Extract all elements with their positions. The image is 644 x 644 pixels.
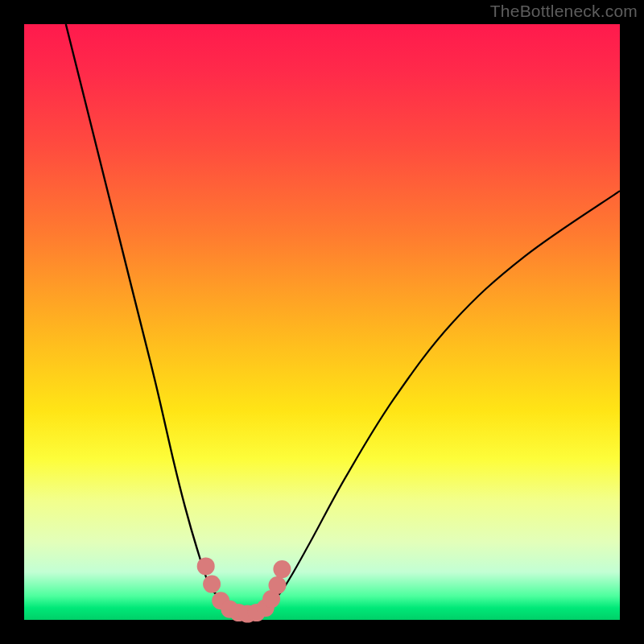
highlight-dot <box>197 557 215 575</box>
curve-layer <box>24 24 620 620</box>
watermark-text: TheBottleneck.com <box>490 2 638 21</box>
highlight-dot <box>203 576 221 593</box>
highlight-dot <box>269 576 287 594</box>
right-branch-line <box>268 191 620 608</box>
chart-frame: TheBottleneck.com <box>0 0 644 644</box>
plot-area <box>24 24 620 620</box>
highlight-dots <box>197 557 291 622</box>
highlight-dot <box>273 560 291 578</box>
left-branch-line <box>66 24 227 608</box>
